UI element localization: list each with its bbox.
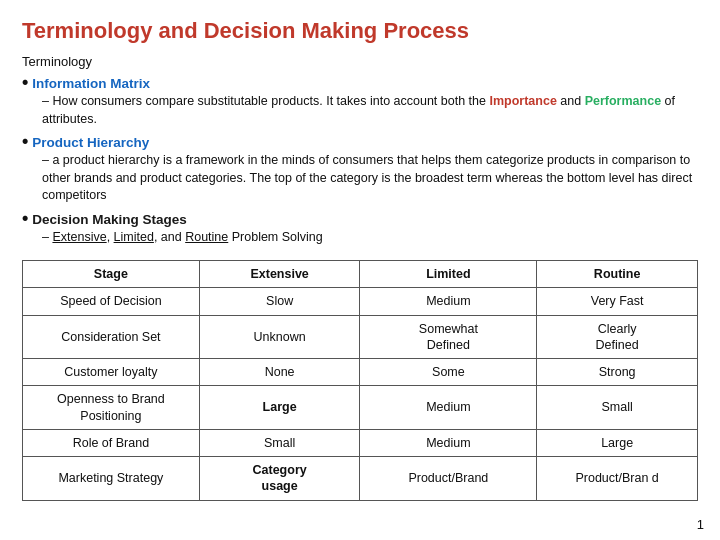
col-header-routine: Routine — [537, 261, 698, 288]
cell-routine-5: Large — [537, 429, 698, 456]
cell-extensive-4: Large — [199, 386, 360, 430]
cell-limited-5: Medium — [360, 429, 537, 456]
table-row: Consideration Set Unknown SomewhatDefine… — [23, 315, 698, 359]
cell-routine-3: Strong — [537, 359, 698, 386]
cell-routine-4: Small — [537, 386, 698, 430]
col-header-extensive: Extensive — [199, 261, 360, 288]
cell-limited-1: Medium — [360, 288, 537, 315]
cell-routine-6: Product/Bran d — [537, 457, 698, 501]
bullet-information-matrix: • Information Matrix – How consumers com… — [22, 73, 698, 128]
table-row: Openness to Brand Positioning Large Medi… — [23, 386, 698, 430]
table-row: Marketing Strategy Categoryusage Product… — [23, 457, 698, 501]
bullet-desc-2: – a product hierarchy is a framework in … — [42, 152, 698, 205]
cell-extensive-3: None — [199, 359, 360, 386]
cell-extensive-1: Slow — [199, 288, 360, 315]
col-header-limited: Limited — [360, 261, 537, 288]
terminology-label: Terminology — [22, 54, 698, 69]
bullet-desc-1: – How consumers compare substitutable pr… — [42, 93, 698, 128]
table-row: Speed of Decision Slow Medium Very Fast — [23, 288, 698, 315]
col-header-stage: Stage — [23, 261, 200, 288]
cell-stage-5: Role of Brand — [23, 429, 200, 456]
bullet-desc-3: – Extensive, Limited, and Routine Proble… — [42, 229, 698, 247]
cell-stage-3: Customer loyalty — [23, 359, 200, 386]
bullet-title-3: Decision Making Stages — [32, 212, 187, 227]
bullet-title-2: Product Hierarchy — [32, 135, 149, 150]
cell-limited-2: SomewhatDefined — [360, 315, 537, 359]
bullet-dot-1: • — [22, 73, 28, 91]
bullet-product-hierarchy: • Product Hierarchy – a product hierarch… — [22, 132, 698, 205]
table-row: Role of Brand Small Medium Large — [23, 429, 698, 456]
bullet-dot-3: • — [22, 209, 28, 227]
performance-text: Performance — [585, 94, 661, 108]
cell-routine-1: Very Fast — [537, 288, 698, 315]
cell-extensive-6: Categoryusage — [199, 457, 360, 501]
bullet-dot-2: • — [22, 132, 28, 150]
limited-link: Limited — [114, 230, 154, 244]
cell-limited-4: Medium — [360, 386, 537, 430]
cell-extensive-2: Unknown — [199, 315, 360, 359]
routine-link: Routine — [185, 230, 228, 244]
extensive-link: Extensive — [52, 230, 106, 244]
cell-stage-4: Openness to Brand Positioning — [23, 386, 200, 430]
cell-routine-2: ClearlyDefined — [537, 315, 698, 359]
cell-limited-6: Product/Brand — [360, 457, 537, 501]
cell-stage-1: Speed of Decision — [23, 288, 200, 315]
page-title: Terminology and Decision Making Process — [22, 18, 698, 44]
bullet-decision-stages: • Decision Making Stages – Extensive, Li… — [22, 209, 698, 247]
cell-stage-6: Marketing Strategy — [23, 457, 200, 501]
decision-table: Stage Extensive Limited Routine Speed of… — [22, 260, 698, 501]
importance-text: Importance — [489, 94, 556, 108]
table-row: Customer loyalty None Some Strong — [23, 359, 698, 386]
page-number: 1 — [697, 517, 704, 532]
cell-stage-2: Consideration Set — [23, 315, 200, 359]
bullet-title-1: Information Matrix — [32, 76, 150, 91]
cell-limited-3: Some — [360, 359, 537, 386]
cell-extensive-5: Small — [199, 429, 360, 456]
